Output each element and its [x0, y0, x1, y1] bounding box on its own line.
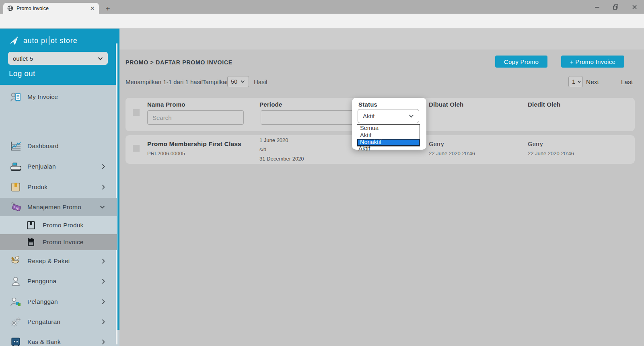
sidebar-item-promo-invoice[interactable]: Promo Invoice: [0, 234, 117, 250]
sidebar-item-dashboard[interactable]: Dashboard: [0, 136, 117, 156]
window-close-button[interactable]: [625, 0, 643, 14]
sidebar-item-pelanggan[interactable]: Pelanggan: [0, 291, 117, 312]
browser-tab[interactable]: Promo Invoice ✕: [3, 3, 99, 14]
dibuat-date: 22 June 2020 20:46: [429, 150, 475, 157]
pengguna-icon: [10, 276, 22, 287]
top-band: [119, 29, 644, 49]
column-status: Status: [358, 101, 377, 108]
tab-title: Promo Invoice: [16, 6, 90, 11]
dashboard-icon: [10, 140, 22, 152]
logout-link[interactable]: Log out: [9, 69, 35, 78]
manajemen-promo-icon: %: [10, 202, 22, 213]
status-option-semua[interactable]: Semua: [357, 125, 420, 132]
logo-text: auto piot store: [23, 36, 77, 45]
promo-name[interactable]: Promo Membership First Class: [147, 140, 241, 148]
browser-titlebar: Promo Invoice ✕ +: [0, 0, 644, 14]
column-periode: Periode: [259, 101, 282, 108]
diedit-date: 22 June 2020 20:46: [528, 150, 574, 157]
status-option-aktif[interactable]: Aktif: [357, 132, 420, 139]
chevron-down-icon: [241, 80, 245, 83]
promo-produk-icon: [25, 220, 37, 231]
window-minimize-button[interactable]: [588, 0, 606, 14]
sidebar-header: auto piot store outlet-5 Log out: [0, 29, 119, 85]
paper-plane-logo-icon: [8, 35, 19, 46]
browser-toolbar: development.autopilotstore.co.id/promo_i…: [0, 14, 644, 29]
promo-code: PRI.2006.00005: [147, 150, 185, 157]
outlet-select[interactable]: outlet-5: [8, 52, 108, 65]
page-select[interactable]: 1: [568, 76, 583, 87]
periode-separator: s/d: [259, 146, 266, 152]
chevron-right-icon: [102, 278, 105, 284]
diedit-name: Gerry: [528, 140, 543, 147]
column-diedit-oleh: Diedit Oleh: [528, 101, 560, 108]
status-select[interactable]: Aktif: [358, 109, 419, 123]
sidebar-item-penjualan[interactable]: Penjualan: [0, 156, 117, 177]
pagination-last-link[interactable]: Last: [621, 78, 633, 86]
sidebar-item-promo-produk[interactable]: Promo Produk: [0, 216, 117, 234]
nama-promo-search-input[interactable]: [147, 110, 244, 125]
periode-end: 31 December 2020: [259, 156, 304, 162]
periode-start: 1 June 2020: [259, 137, 288, 143]
resep-paket-icon: [10, 255, 22, 267]
pengaturan-icon: [10, 316, 22, 327]
row-checkbox[interactable]: [133, 145, 140, 152]
chevron-down-icon: [577, 80, 581, 83]
column-dibuat-oleh: Dibuat Oleh: [429, 101, 463, 108]
per-page-select[interactable]: 50: [227, 76, 249, 87]
produk-icon: [10, 181, 22, 193]
my-invoice-icon: [10, 91, 22, 103]
status-option-nonaktif[interactable]: Nonaktif: [357, 139, 420, 146]
pagination-next-link[interactable]: Next: [586, 78, 599, 86]
chevron-right-icon: [102, 184, 105, 190]
chevron-down-icon: [409, 114, 414, 118]
dibuat-name: Gerry: [429, 140, 444, 147]
sidebar-item-pengaturan[interactable]: Pengaturan: [0, 312, 117, 332]
chevron-right-icon: [102, 258, 105, 264]
chevron-right-icon: [102, 299, 105, 305]
chevron-right-icon: [102, 339, 105, 345]
chevron-down-icon: [100, 205, 105, 209]
sidebar-item-produk[interactable]: Produk: [0, 177, 117, 197]
sidebar-item-my-invoice[interactable]: My Invoice: [0, 86, 117, 107]
copy-promo-button[interactable]: Copy Promo: [495, 56, 547, 68]
chevron-right-icon: [102, 164, 105, 169]
kas-bank-icon: [10, 336, 22, 346]
chevron-down-icon: [98, 57, 103, 60]
results-count-text: Menampilkan 1-1 dari 1 hasil: [126, 78, 203, 85]
promo-invoice-icon: [25, 237, 37, 248]
window-restore-button[interactable]: [607, 0, 624, 14]
penjualan-icon: [10, 161, 22, 172]
select-all-checkbox[interactable]: [133, 109, 140, 116]
main-content: PROMO > DAFTAR PROMO INVOICE Copy Promo …: [119, 29, 644, 346]
status-options-list: Semua Aktif Nonaktif: [357, 124, 420, 146]
logo: auto piot store: [8, 35, 77, 46]
hasil-label: Hasil: [254, 78, 267, 85]
status-filter-popup: Status Aktif Aktif Semua Aktif Nonaktif: [352, 98, 426, 150]
tampilkan-label: Tampilkan: [202, 78, 230, 85]
tab-close-icon[interactable]: ✕: [90, 5, 95, 11]
sidebar: auto piot store outlet-5 Log out My Invo…: [0, 29, 119, 346]
new-tab-button[interactable]: +: [103, 4, 113, 14]
globe-favicon-icon: [7, 5, 13, 11]
sidebar-item-resep-paket[interactable]: Resep & Paket: [0, 251, 117, 271]
add-promo-invoice-button[interactable]: + Promo Invoice: [561, 56, 624, 68]
column-nama-promo: Nama Promo: [147, 101, 185, 108]
sidebar-item-kas-bank[interactable]: Kas & Bank: [0, 332, 117, 346]
pelanggan-icon: [10, 296, 22, 307]
chevron-right-icon: [102, 319, 105, 325]
periode-filter-input[interactable]: [261, 110, 359, 125]
breadcrumb: PROMO > DAFTAR PROMO INVOICE: [126, 59, 232, 66]
sidebar-item-pengguna[interactable]: Pengguna: [0, 271, 117, 291]
sidebar-item-manajemen-promo[interactable]: % Manajemen Promo: [0, 198, 117, 216]
